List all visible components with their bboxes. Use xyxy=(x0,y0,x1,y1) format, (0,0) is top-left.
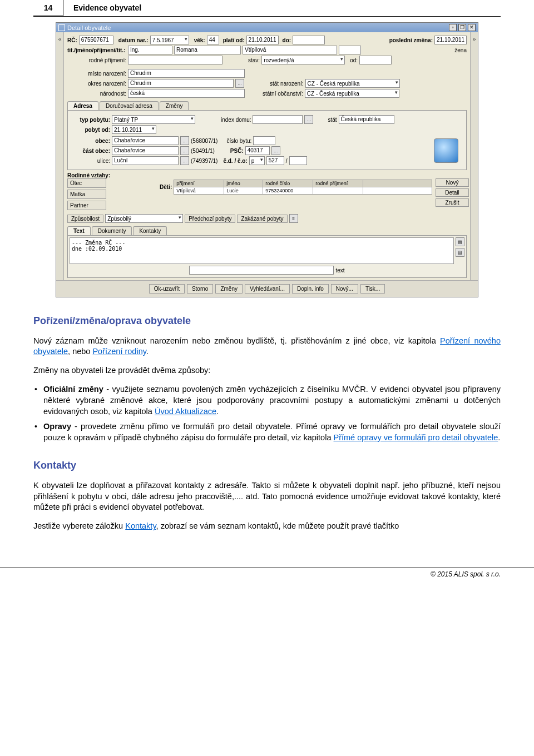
obec-picker[interactable]: … xyxy=(180,136,189,145)
bullets: Oficiální změny - využijete seznamu povo… xyxy=(33,384,501,443)
statnaroz-field[interactable]: CZ - Česká republika xyxy=(305,79,400,88)
stavod-field[interactable] xyxy=(359,56,392,64)
stat-field[interactable]: Česká republika xyxy=(339,115,394,124)
kids-novy-button[interactable]: Nový xyxy=(436,178,469,187)
ulice-code: (749397/1) xyxy=(191,158,217,164)
tab-adresa[interactable]: Adresa xyxy=(67,101,98,110)
psc-picker[interactable]: … xyxy=(271,146,280,155)
castobce-picker[interactable]: … xyxy=(180,146,189,155)
text-input[interactable] xyxy=(189,266,334,275)
castobce-field[interactable]: Chabařovice xyxy=(112,146,179,155)
otec-button[interactable]: Otec xyxy=(67,178,106,188)
dn-field[interactable]: 7.5.1967 xyxy=(150,36,189,44)
tab-zmeny[interactable]: Změny xyxy=(160,101,189,110)
narodnost-field[interactable]: česká xyxy=(128,89,245,98)
indexdomu-picker[interactable]: … xyxy=(304,115,313,124)
restore-icon[interactable]: ▫ xyxy=(449,24,457,31)
posledni-label: poslední změna: xyxy=(389,37,433,43)
stav-label: stav: xyxy=(248,57,260,63)
heading-porizeni: Pořízení/změna/oprava obyvatele xyxy=(33,314,501,327)
dopln-button[interactable]: Dopln. info xyxy=(292,284,329,294)
link-prime-opravy[interactable]: Přímé opravy ve formuláři pro detail oby… xyxy=(334,433,498,442)
prijmeni-field[interactable]: Vtípilová xyxy=(243,46,337,54)
zakazane-button[interactable]: Zakázané pobyty xyxy=(237,215,287,223)
kids-detail-button[interactable]: Detail xyxy=(436,188,469,197)
cd-field[interactable]: 527 xyxy=(266,156,284,165)
rodne-label: rodné příjmení: xyxy=(67,57,126,63)
typpobytu-field[interactable]: Platný TP xyxy=(112,115,195,124)
globe-icon[interactable] xyxy=(434,138,458,163)
tab-text[interactable]: Text xyxy=(67,226,91,235)
pobytod-field[interactable]: 21.10.2011 xyxy=(112,125,156,134)
textarea-aux2-icon[interactable]: ▤ xyxy=(456,248,464,257)
ulice-field[interactable]: Luční xyxy=(112,156,179,165)
onaroz-picker[interactable]: … xyxy=(235,79,244,88)
onaroz-field[interactable]: Chrudim xyxy=(128,79,234,88)
castobce-code: (50491/1) xyxy=(191,148,215,154)
indexdomu-label: index domu: xyxy=(221,117,251,123)
obec-field[interactable]: Chabařovice xyxy=(112,136,179,145)
narodnost-label: národnost: xyxy=(67,91,126,97)
link-porizeni-rodiny[interactable]: Pořízení rodiny xyxy=(92,347,146,356)
bullet-2: Opravy - provedete změnu přímo ve formul… xyxy=(43,421,501,443)
text-area[interactable]: --- Změna RČ --- dne :02.09.2010 xyxy=(70,237,454,264)
obec-code: (568007/1) xyxy=(191,138,217,144)
indexdomu-field[interactable] xyxy=(253,115,303,124)
scroll-left-icon[interactable]: « xyxy=(56,32,64,280)
scroll-right-icon[interactable]: » xyxy=(470,32,478,280)
copyright: © 2015 ALIS spol. s r.o. xyxy=(431,570,501,578)
cislobytu-label: číslo bytu: xyxy=(226,138,251,144)
app-screenshot: Detail obyvatele ▫ ❐ ✕ « RČ: 675507671 d… xyxy=(56,22,478,297)
ulice-picker[interactable]: … xyxy=(180,156,189,165)
ok-button[interactable]: Ok-uzavřít xyxy=(149,284,185,294)
maximize-icon[interactable]: ❐ xyxy=(458,24,466,31)
textarea-aux1-icon[interactable]: ▤ xyxy=(456,237,464,246)
psc-label: PSČ: xyxy=(230,148,244,154)
obcanstvi-field[interactable]: CZ - Česká republika xyxy=(305,89,399,98)
document-body: Pořízení/změna/oprava obyvatele Nový záz… xyxy=(33,314,501,532)
kids-zrusit-button[interactable]: Zrušit xyxy=(436,198,469,207)
tisk-button[interactable]: Tisk... xyxy=(360,284,385,294)
posledni-field: 21.10.2011 xyxy=(434,36,467,44)
zakazane-list-icon[interactable]: ≡ xyxy=(289,214,298,223)
close-icon[interactable]: ✕ xyxy=(468,24,476,31)
cd-type[interactable]: p xyxy=(249,156,265,165)
tab-dorucovaci[interactable]: Doručovací adresa xyxy=(100,101,159,110)
matka-button[interactable]: Matka xyxy=(67,190,106,199)
address-tabs: Adresa Doručovací adresa Změny xyxy=(67,101,467,110)
novy-button[interactable]: Nový... xyxy=(331,284,358,294)
predchozi-button[interactable]: Předchozí pobyty xyxy=(185,215,235,223)
platiod-label: platí od: xyxy=(223,37,245,43)
kids-table-row[interactable]: Vtípilová Lucie 9753240000 xyxy=(174,187,432,195)
tab-kontakty[interactable]: Kontakty xyxy=(133,226,167,235)
rodne-field[interactable] xyxy=(128,56,222,64)
stat-label: stát xyxy=(328,117,337,123)
vyhled-button[interactable]: Vyhledávaní... xyxy=(245,284,290,294)
jmeno-field[interactable]: Romana xyxy=(174,46,241,54)
deti-label: Děti: xyxy=(160,184,172,190)
do-label: do: xyxy=(283,37,291,43)
zpusobilost-button[interactable]: Způsobilost xyxy=(67,215,103,223)
partner-button[interactable]: Partner xyxy=(67,201,106,210)
co-field[interactable] xyxy=(289,156,307,165)
rodinne-label: Rodinné vztahy: xyxy=(67,172,467,178)
do-field[interactable] xyxy=(293,36,325,44)
titul2-field[interactable] xyxy=(339,46,361,54)
tab-dokumenty[interactable]: Dokumenty xyxy=(92,226,132,235)
storno-button[interactable]: Storno xyxy=(187,284,213,294)
kids-table-header: příjmení jméno rodné číslo rodné příjmen… xyxy=(174,180,432,187)
obcanstvi-label: státní občanství: xyxy=(263,91,303,97)
page-footer: © 2015 ALIS spol. s r.o. xyxy=(0,568,534,583)
titul-field[interactable]: Ing. xyxy=(128,46,172,54)
stav-field[interactable]: rozvedený/á xyxy=(261,56,345,64)
mnaroz-field[interactable]: Chrudim xyxy=(128,69,245,78)
link-uvod-aktualizace[interactable]: Úvod Aktualizace xyxy=(155,407,216,416)
zpusobilost-field[interactable]: Způsobilý xyxy=(105,214,183,223)
cislobytu-field[interactable] xyxy=(253,136,275,145)
rc-field[interactable]: 675507671 xyxy=(79,36,113,44)
psc-field[interactable]: 40317 xyxy=(245,146,270,155)
link-kontakty-tab[interactable]: Kontakty xyxy=(125,521,156,530)
mnaroz-label: místo narození: xyxy=(67,71,126,77)
zmeny-button[interactable]: Změny xyxy=(215,284,243,294)
platiod-field[interactable]: 21.10.2011 xyxy=(246,36,279,44)
